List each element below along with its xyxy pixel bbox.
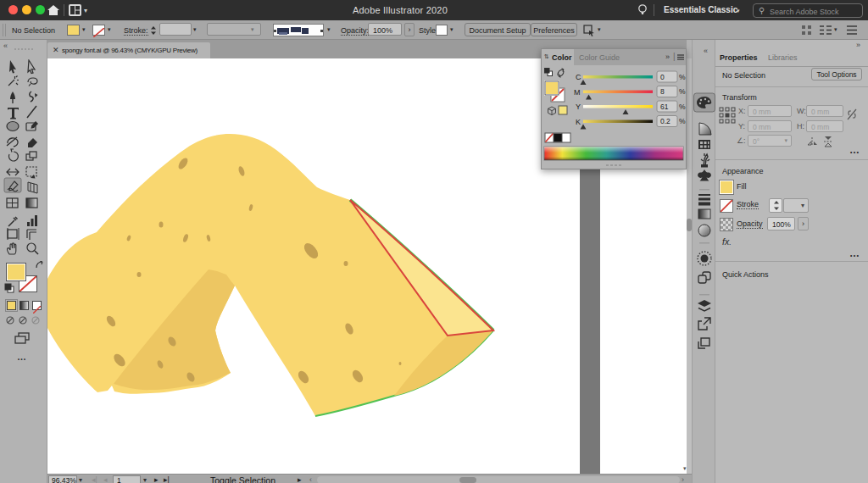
svg-text:8: 8 [660,87,665,96]
svg-text:0.2: 0.2 [660,117,670,125]
svg-text:%: % [679,117,686,125]
svg-text:%: % [679,103,686,111]
svg-text:0: 0 [660,73,665,81]
svg-text:K: K [576,118,581,126]
svg-text:%: % [679,73,686,81]
svg-text:C: C [576,73,581,81]
svg-text:61: 61 [660,103,669,111]
svg-text:%: % [679,87,686,96]
svg-text:M: M [574,88,581,97]
svg-text:Y: Y [576,103,581,111]
